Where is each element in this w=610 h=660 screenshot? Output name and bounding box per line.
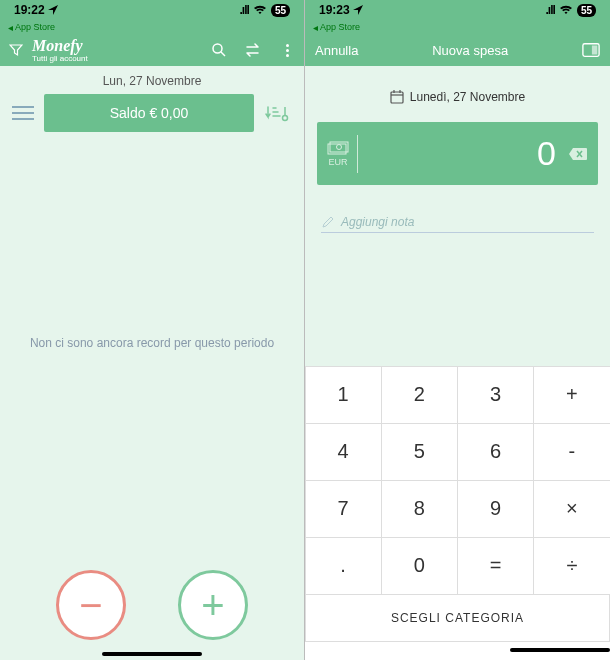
pen-icon	[321, 215, 335, 229]
signal-icon: .ıll	[546, 3, 555, 17]
split-view-icon[interactable]	[582, 42, 600, 58]
key-minus[interactable]: -	[533, 423, 610, 481]
svg-point-2	[283, 116, 288, 121]
key-digit-2[interactable]: 2	[381, 366, 458, 424]
page-title: Nuova spesa	[432, 43, 508, 58]
hamburger-icon[interactable]	[12, 106, 34, 120]
divider	[357, 135, 358, 173]
search-icon[interactable]	[210, 41, 228, 59]
cancel-button[interactable]: Annulla	[315, 43, 358, 58]
key-divide[interactable]: ÷	[533, 537, 610, 595]
date-picker[interactable]: Lunedì, 27 Novembre	[305, 66, 610, 122]
status-time: 19:22	[14, 3, 45, 17]
key-decimal[interactable]: .	[305, 537, 382, 595]
home-screen: 19:22 .ıll 55 App Store Monefy Tutti gli…	[0, 0, 305, 660]
breadcrumb-back[interactable]: App Store	[0, 20, 304, 34]
key-digit-7[interactable]: 7	[305, 480, 382, 538]
wifi-icon	[559, 5, 573, 15]
key-digit-8[interactable]: 8	[381, 480, 458, 538]
cash-icon	[327, 141, 349, 155]
filter-icon[interactable]	[8, 42, 24, 58]
svg-point-12	[337, 144, 342, 149]
key-equals[interactable]: =	[457, 537, 534, 595]
key-digit-9[interactable]: 9	[457, 480, 534, 538]
empty-state-text: Non ci sono ancora record per questo per…	[0, 136, 304, 350]
svg-line-1	[221, 52, 225, 56]
breadcrumb-back[interactable]: App Store	[305, 20, 610, 34]
battery-indicator: 55	[271, 4, 290, 17]
currency-code: EUR	[328, 157, 347, 167]
svg-rect-5	[592, 46, 597, 55]
add-expense-button[interactable]: −	[56, 570, 126, 640]
note-placeholder: Aggiungi nota	[341, 215, 414, 229]
key-digit-4[interactable]: 4	[305, 423, 382, 481]
battery-indicator: 55	[577, 4, 596, 17]
status-time: 19:23	[319, 3, 350, 17]
menu-more-icon[interactable]	[278, 41, 296, 59]
key-digit-0[interactable]: 0	[381, 537, 458, 595]
keypad: 123+456-789×.0=÷ SCEGLI CATEGORIA	[305, 366, 610, 660]
key-digit-1[interactable]: 1	[305, 366, 382, 424]
calendar-icon	[390, 90, 404, 104]
new-expense-screen: 19:23 .ıll 55 App Store Annulla Nuova sp…	[305, 0, 610, 660]
location-arrow-icon	[48, 5, 58, 15]
key-multiply[interactable]: ×	[533, 480, 610, 538]
status-bar: 19:23 .ıll 55	[305, 0, 610, 20]
date-label: Lun, 27 Novembre	[0, 66, 304, 94]
date-label: Lunedì, 27 Novembre	[410, 90, 525, 104]
home-indicator	[102, 652, 202, 656]
sort-icon[interactable]	[264, 101, 292, 125]
choose-category-button[interactable]: SCEGLI CATEGORIA	[305, 594, 610, 642]
add-income-button[interactable]: +	[178, 570, 248, 640]
transfer-icon[interactable]	[244, 41, 262, 59]
key-digit-5[interactable]: 5	[381, 423, 458, 481]
svg-rect-6	[391, 92, 403, 103]
location-arrow-icon	[353, 5, 363, 15]
home-indicator	[510, 648, 610, 652]
currency-selector[interactable]: EUR	[327, 141, 349, 167]
balance-button[interactable]: Saldo € 0,00	[44, 94, 254, 132]
amount-value: 0	[366, 134, 560, 173]
backspace-icon[interactable]	[568, 146, 588, 162]
note-input[interactable]: Aggiungi nota	[321, 215, 594, 233]
account-subtitle: Tutti gli account	[32, 54, 88, 63]
amount-display: EUR 0	[317, 122, 598, 185]
app-header: Monefy Tutti gli account	[0, 34, 304, 66]
signal-icon: .ıll	[240, 3, 249, 17]
status-bar: 19:22 .ıll 55	[0, 0, 304, 20]
key-digit-3[interactable]: 3	[457, 366, 534, 424]
app-title: Monefy	[32, 38, 88, 54]
svg-point-0	[213, 44, 222, 53]
key-digit-6[interactable]: 6	[457, 423, 534, 481]
wifi-icon	[253, 5, 267, 15]
expense-header: Annulla Nuova spesa	[305, 34, 610, 66]
key-plus[interactable]: +	[533, 366, 610, 424]
